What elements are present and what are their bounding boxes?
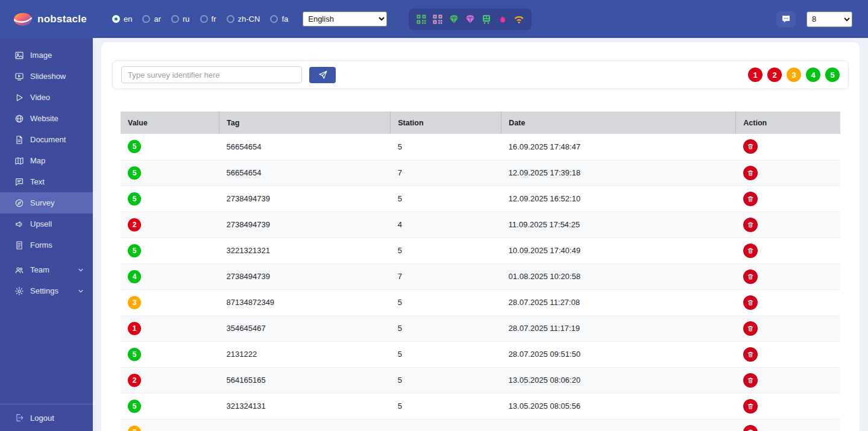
score-badge[interactable]: 2 <box>767 68 782 82</box>
table-header-cell: Tag <box>219 112 391 134</box>
delete-button[interactable] <box>743 321 758 336</box>
score-badge[interactable]: 1 <box>748 68 763 82</box>
language-radio[interactable]: zh-CN <box>227 14 260 24</box>
chat-button[interactable] <box>776 11 796 27</box>
score-badge[interactable]: 5 <box>825 68 840 82</box>
sidebar-item[interactable]: Forms <box>0 234 93 256</box>
qr-code-icon[interactable] <box>416 14 427 25</box>
radio-dot[interactable] <box>270 15 278 23</box>
table-header-cell: Date <box>502 112 736 134</box>
radio-dot[interactable] <box>142 15 150 23</box>
sidebar: Image Slideshow Video Website Document M… <box>0 38 93 431</box>
brand-name: nobstacle <box>37 13 87 25</box>
qr-code-icon[interactable] <box>432 14 443 25</box>
table-header-cell: Station <box>391 112 502 134</box>
sidebar-item-icon <box>14 265 24 275</box>
radio-dot[interactable] <box>227 15 234 23</box>
language-radio[interactable]: en <box>112 14 132 24</box>
delete-button[interactable] <box>743 166 758 180</box>
delete-button[interactable] <box>743 347 758 362</box>
value-badge: 5 <box>128 244 141 257</box>
sidebar-item-label: Survey <box>30 198 54 207</box>
delete-button[interactable] <box>743 399 758 414</box>
delete-button[interactable] <box>743 139 758 154</box>
date-cell: 28.07.2025 11:17:19 <box>502 315 736 341</box>
table-header-row: ValueTagStationDateAction <box>121 112 840 134</box>
billboard-icon[interactable] <box>481 14 492 25</box>
sidebar-item-label: Map <box>30 156 45 165</box>
wifi-icon[interactable] <box>514 14 524 25</box>
gem-icon[interactable] <box>448 14 459 25</box>
radio-dot[interactable] <box>112 15 120 23</box>
language-radio[interactable]: ru <box>171 14 190 24</box>
date-cell: 11.09.2025 17:54:25 <box>502 212 736 238</box>
language-radio[interactable]: fa <box>270 14 288 24</box>
flame-icon[interactable] <box>497 14 508 25</box>
language-radio-label: fa <box>281 14 288 24</box>
trash-icon <box>747 429 754 431</box>
language-radio-label: fr <box>212 14 216 24</box>
radio-dot[interactable] <box>200 15 208 23</box>
station-cell: 7 <box>391 263 502 289</box>
score-legend: 12345 <box>748 68 840 82</box>
logout-button[interactable]: Logout <box>0 404 93 431</box>
sidebar-item-icon <box>14 51 24 60</box>
sidebar-item-icon <box>14 177 24 187</box>
sidebar-item-icon <box>14 135 24 145</box>
chevron-down-icon <box>77 288 84 295</box>
language-radio-group: en ar ru fr zh-CN fa <box>112 14 288 24</box>
sidebar-item[interactable]: Settings <box>0 280 93 301</box>
gem-icon[interactable] <box>465 14 476 25</box>
score-badge[interactable]: 3 <box>787 68 801 82</box>
brand[interactable]: nobstacle <box>0 12 101 27</box>
language-select[interactable]: English <box>303 11 387 27</box>
table-row: 2 564165165 5 13.05.2025 08:06:20 <box>121 367 840 393</box>
table-row: 4 2738494739 7 01.08.2025 10:20:58 <box>121 263 840 289</box>
delete-button[interactable] <box>743 244 758 258</box>
delete-button[interactable] <box>743 269 758 284</box>
sidebar-item[interactable]: Map <box>0 150 93 171</box>
sidebar-item[interactable]: Team <box>0 259 93 280</box>
sidebar-item[interactable]: Video <box>0 87 93 108</box>
sidebar-item-icon <box>14 198 24 208</box>
survey-identifier-input[interactable] <box>121 66 302 83</box>
sidebar-item[interactable]: Website <box>0 108 93 129</box>
page-size-select[interactable]: 8 <box>807 11 852 27</box>
logout-label: Logout <box>30 414 54 423</box>
score-badge[interactable]: 4 <box>806 68 820 82</box>
sidebar-item-label: Text <box>30 177 45 186</box>
delete-button[interactable] <box>743 192 758 206</box>
tag-cell: 2738494739 <box>219 212 391 238</box>
sidebar-item[interactable]: Upsell <box>0 213 93 234</box>
delete-button[interactable] <box>743 373 758 388</box>
delete-button[interactable] <box>743 425 758 431</box>
sidebar-item[interactable]: Image <box>0 45 93 66</box>
tag-cell: 321324131 <box>219 393 391 419</box>
sidebar-item-icon <box>14 114 24 124</box>
send-icon <box>318 71 327 80</box>
sidebar-item[interactable]: Slideshow <box>0 66 93 87</box>
station-cell <box>391 419 502 431</box>
trash-icon <box>747 377 754 384</box>
sidebar-item-icon <box>14 93 24 102</box>
trash-icon <box>747 247 754 254</box>
language-radio[interactable]: fr <box>200 14 216 24</box>
value-badge: 5 <box>128 140 141 153</box>
date-cell: 12.09.2025 17:39:18 <box>502 160 736 186</box>
date-cell: 10.09.2025 17:40:49 <box>502 238 736 263</box>
submit-survey-button[interactable] <box>309 67 336 83</box>
chevron-down-icon <box>77 266 84 274</box>
language-radio[interactable]: ar <box>142 14 161 24</box>
radio-dot[interactable] <box>171 15 179 23</box>
trash-icon <box>747 273 754 280</box>
value-badge: 3 <box>128 296 141 309</box>
sidebar-item-icon <box>14 286 24 296</box>
sidebar-item[interactable]: Survey <box>0 192 93 213</box>
sidebar-item[interactable]: Document <box>0 129 93 150</box>
sidebar-item[interactable]: Text <box>0 171 93 192</box>
delete-button[interactable] <box>743 295 758 310</box>
value-badge: 5 <box>128 348 141 361</box>
sidebar-item-label: Image <box>30 51 52 60</box>
delete-button[interactable] <box>743 218 758 232</box>
station-cell: 4 <box>391 212 502 238</box>
